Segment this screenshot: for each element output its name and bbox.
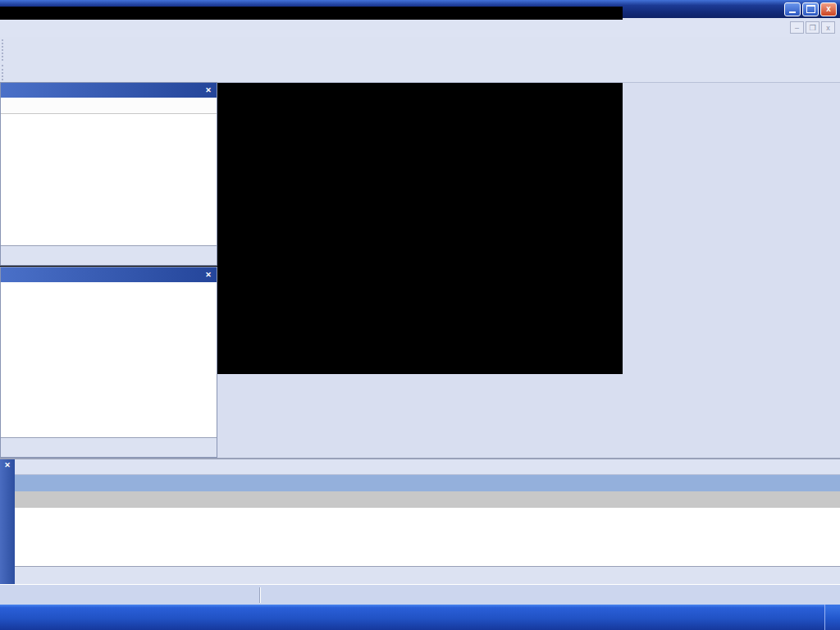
terminal-close-icon[interactable]: ✕ (0, 459, 15, 469)
time-axis (0, 7, 623, 20)
terminal-tabs (15, 566, 840, 586)
status-help-text (0, 587, 259, 603)
terminal-drag-strip[interactable]: ✕ (0, 459, 15, 586)
navigator-title: ✕ (1, 267, 217, 282)
connection-status (822, 587, 840, 603)
close-button[interactable]: x (820, 2, 837, 16)
market-watch-panel: ✕ (0, 82, 217, 266)
toolbar-grip[interactable] (2, 39, 7, 61)
terminal-panel: ✕ (0, 458, 840, 586)
balance-row (15, 491, 840, 508)
market-watch-close-icon[interactable]: ✕ (203, 85, 214, 96)
market-watch-header (1, 98, 217, 114)
system-tray (824, 605, 840, 630)
mdi-minimize-button[interactable]: – (790, 21, 804, 34)
application-window: x – ❒ x ✕ ✕ (0, 0, 840, 374)
navigator-panel: ✕ (0, 267, 217, 458)
market-watch-tabs (1, 245, 217, 265)
toolbar-grip[interactable] (2, 65, 7, 80)
charts-toolbar (0, 63, 840, 83)
terminal-table-header (15, 459, 840, 475)
mdi-restore-button[interactable]: ❒ (806, 21, 819, 34)
maximize-button[interactable] (802, 2, 819, 16)
status-bar (0, 584, 840, 605)
market-watch-title: ✕ (1, 83, 217, 98)
start-button[interactable] (0, 605, 33, 630)
standard-toolbar (0, 37, 840, 64)
windows-taskbar (0, 605, 840, 630)
minimize-button[interactable] (784, 2, 801, 16)
mdi-close-button[interactable]: x (821, 21, 835, 34)
profile-selector[interactable] (259, 587, 352, 603)
navigator-tree (1, 282, 217, 436)
navigator-close-icon[interactable]: ✕ (203, 270, 214, 281)
navigator-tabs (1, 437, 217, 457)
menu-bar: – ❒ x (0, 18, 840, 38)
open-order-row[interactable] (15, 475, 840, 491)
